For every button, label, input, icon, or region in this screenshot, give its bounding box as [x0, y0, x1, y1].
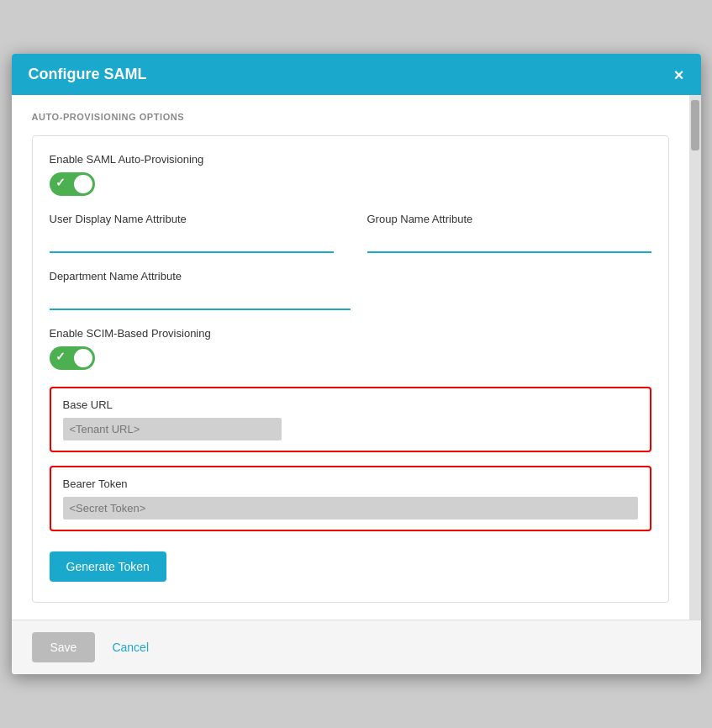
base-url-input[interactable]: [63, 418, 282, 440]
user-display-name-label: User Display Name Attribute: [50, 213, 334, 225]
cancel-button[interactable]: Cancel: [112, 641, 149, 654]
generate-token-button[interactable]: Generate Token: [50, 551, 166, 582]
dialog-header: Configure SAML ×: [12, 54, 701, 95]
save-button[interactable]: Save: [32, 632, 96, 662]
enable-saml-toggle[interactable]: ✓: [50, 172, 95, 196]
bearer-token-box: Bearer Token: [50, 466, 651, 531]
toggle-knob: [74, 175, 92, 193]
group-name-col: Group Name Attribute: [367, 213, 651, 253]
user-display-name-input[interactable]: [50, 232, 334, 253]
scrollbar-area: AUTO-PROVISIONING OPTIONS Enable SAML Au…: [12, 95, 701, 620]
enable-scim-group: Enable SCIM-Based Provisioning ✓: [50, 327, 651, 370]
dialog-footer: Save Cancel: [12, 620, 701, 674]
check-icon: ✓: [55, 177, 66, 188]
dialog-body: AUTO-PROVISIONING OPTIONS Enable SAML Au…: [12, 95, 689, 620]
configure-saml-dialog: Configure SAML × AUTO-PROVISIONING OPTIO…: [12, 54, 701, 674]
check-icon-scim: ✓: [55, 351, 66, 362]
base-url-label: Base URL: [63, 398, 638, 411]
enable-saml-label: Enable SAML Auto-Provisioning: [50, 153, 651, 166]
section-title-auto-provisioning: AUTO-PROVISIONING OPTIONS: [32, 112, 669, 122]
dept-input-wrapper: [50, 289, 351, 310]
enable-scim-toggle-wrapper: ✓: [50, 346, 651, 370]
bearer-token-input[interactable]: [63, 497, 638, 520]
dialog-title: Configure SAML: [29, 66, 147, 83]
display-group-name-row: User Display Name Attribute Group Name A…: [50, 213, 651, 253]
base-url-box: Base URL: [50, 387, 651, 452]
toggle-track-on: ✓: [50, 172, 95, 196]
group-name-label: Group Name Attribute: [367, 213, 651, 225]
enable-scim-toggle[interactable]: ✓: [50, 346, 95, 370]
enable-saml-group: Enable SAML Auto-Provisioning ✓: [50, 153, 651, 196]
close-button[interactable]: ×: [674, 66, 684, 83]
toggle-track-scim-on: ✓: [50, 346, 95, 370]
user-display-name-col: User Display Name Attribute: [50, 213, 334, 253]
auto-provisioning-card: Enable SAML Auto-Provisioning ✓ User D: [32, 135, 669, 603]
department-name-label: Department Name Attribute: [50, 270, 651, 282]
enable-scim-label: Enable SCIM-Based Provisioning: [50, 327, 651, 340]
bearer-token-label: Bearer Token: [63, 477, 638, 490]
scrollbar-thumb[interactable]: [691, 100, 699, 150]
group-name-input[interactable]: [367, 232, 651, 253]
department-name-input[interactable]: [50, 289, 351, 310]
department-name-group: Department Name Attribute: [50, 270, 651, 310]
enable-saml-toggle-wrapper: ✓: [50, 172, 651, 196]
scrollbar-track[interactable]: [689, 95, 701, 620]
toggle-knob-scim: [74, 349, 92, 367]
